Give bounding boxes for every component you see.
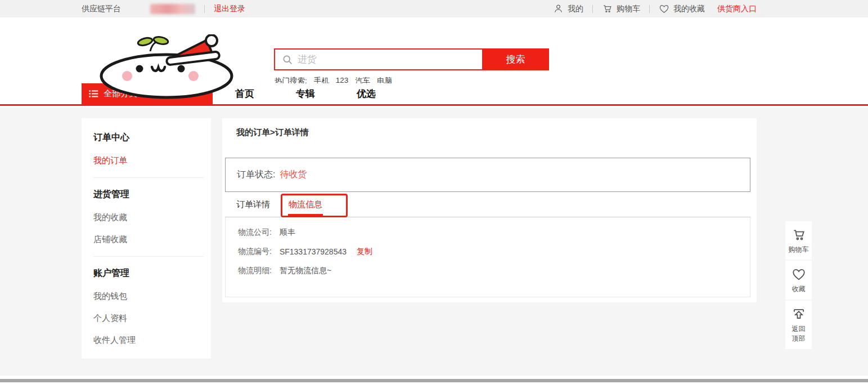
search-icon	[282, 54, 293, 65]
sidebar-item-my-favorites[interactable]: 我的收藏	[93, 212, 211, 223]
search-button[interactable]: 搜索	[482, 48, 549, 70]
top-bar: 供应链平台 退出登录 我的 购物车 我的收藏	[0, 0, 868, 17]
order-status-box: 订单状态: 待收货	[225, 158, 750, 192]
sidebar-item-my-orders[interactable]: 我的订单	[93, 155, 211, 166]
float-favorite-button[interactable]: 收藏	[785, 261, 812, 299]
float-cart-button[interactable]: 购物车	[785, 221, 812, 260]
divider	[204, 5, 205, 13]
sidebar-item-store-favorites[interactable]: 店铺收藏	[93, 234, 211, 245]
heart-icon	[791, 267, 806, 282]
logistics-number-label: 物流编号:	[238, 247, 272, 257]
logistics-detail-label: 物流明细:	[238, 266, 272, 276]
tab-order-detail[interactable]: 订单详情	[236, 192, 270, 217]
sidebar-section-account-mgmt: 账户管理	[93, 267, 211, 279]
logistics-company-label: 物流公司:	[238, 227, 272, 238]
logistics-info-panel: 物流公司: 顺丰 物流编号: SF1331737928543 复制 物流明细: …	[225, 217, 750, 297]
sidebar: 订单中心 我的订单 进货管理 我的收藏 店铺收藏 账户管理 我的钱包 个人资料 …	[82, 118, 211, 359]
back-to-top-button[interactable]: 返回顶部	[785, 301, 812, 349]
cart-link[interactable]: 购物车	[602, 3, 640, 14]
sidebar-item-profile[interactable]: 个人资料	[93, 313, 211, 324]
page: 供应链平台 退出登录 我的 购物车 我的收藏	[0, 0, 868, 384]
site-header: 搜索 热门搜索: 手机 123 汽车 电脑	[0, 17, 868, 83]
user-icon	[553, 3, 564, 14]
sidebar-item-my-wallet[interactable]: 我的钱包	[93, 291, 211, 302]
float-favorite-label: 收藏	[790, 284, 807, 294]
order-status-value: 待收货	[280, 169, 307, 181]
back-to-top-label: 返回顶部	[791, 324, 806, 344]
supplier-entry-link[interactable]: 供货商入口	[717, 4, 757, 14]
logistics-company-row: 物流公司: 顺丰	[238, 227, 750, 238]
nav-item-preferred[interactable]: 优选	[357, 87, 376, 100]
breadcrumb: 我的订单>订单详情	[236, 127, 750, 138]
horizontal-scrollbar[interactable]	[0, 379, 868, 382]
floating-toolbar: 购物车 收藏 返回顶部	[785, 221, 812, 349]
site-logo	[96, 34, 236, 102]
divider	[592, 5, 593, 13]
divider	[93, 256, 204, 257]
favorites-link[interactable]: 我的收藏	[659, 3, 705, 14]
float-cart-label: 购物车	[788, 245, 810, 254]
heart-icon	[659, 3, 669, 14]
logistics-detail-value: 暂无物流信息~	[280, 266, 331, 276]
logistics-number-row: 物流编号: SF1331737928543 复制	[238, 247, 750, 257]
nav-item-home[interactable]: 首页	[235, 87, 254, 100]
platform-title: 供应链平台	[82, 4, 121, 14]
copy-button[interactable]: 复制	[357, 247, 372, 257]
logistics-number-value: SF1331737928543	[280, 247, 347, 256]
username-redacted	[150, 4, 195, 14]
detail-tabs: 订单详情 物流信息	[225, 192, 750, 217]
back-to-top-icon	[791, 307, 806, 322]
logout-link[interactable]: 退出登录	[214, 4, 245, 14]
order-detail-panel: 我的订单>订单详情 订单状态: 待收货 订单详情 物流信息 物流公司: 顺丰 物…	[222, 118, 757, 302]
sidebar-section-purchase-mgmt: 进货管理	[93, 189, 211, 200]
logistics-detail-row: 物流明细: 暂无物流信息~	[238, 266, 750, 276]
order-status-label: 订单状态:	[237, 169, 275, 181]
sidebar-item-recipient-mgmt[interactable]: 收件人管理	[93, 335, 211, 346]
my-account-link[interactable]: 我的	[553, 3, 583, 14]
logistics-company-value: 顺丰	[280, 227, 295, 238]
nav-item-albums[interactable]: 专辑	[296, 87, 315, 100]
cart-icon	[602, 3, 613, 14]
cart-icon	[791, 227, 806, 242]
divider	[649, 5, 650, 13]
search-box: 搜索	[274, 48, 549, 70]
tab-logistics-info[interactable]: 物流信息	[289, 192, 322, 217]
divider	[93, 177, 204, 178]
sidebar-section-order-center: 订单中心	[93, 132, 211, 144]
search-input[interactable]	[298, 50, 482, 69]
